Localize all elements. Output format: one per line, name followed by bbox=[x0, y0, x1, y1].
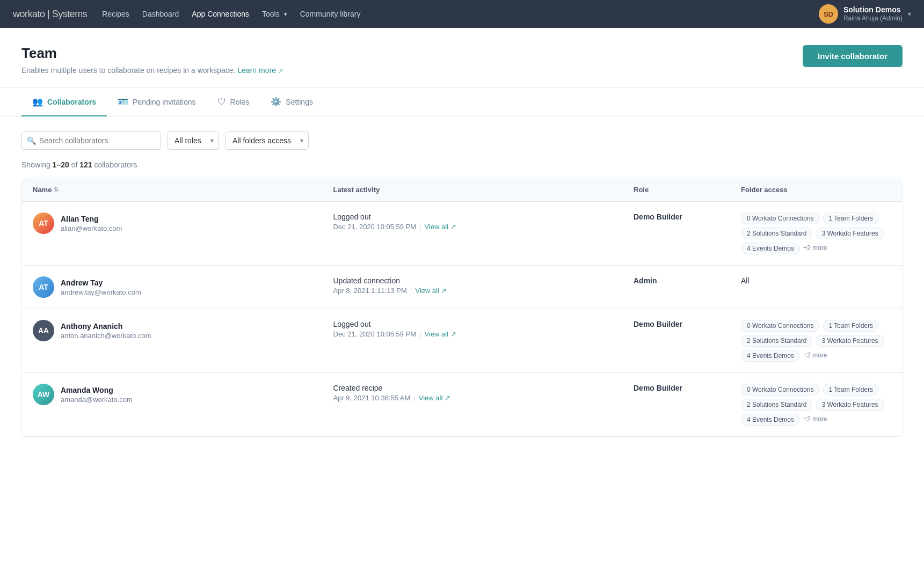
th-role: Role bbox=[623, 178, 730, 201]
nav-recipes[interactable]: Recipes bbox=[102, 8, 129, 20]
view-all-link[interactable]: View all ↗ bbox=[419, 394, 450, 402]
avatar: AA bbox=[33, 320, 54, 341]
folders-filter[interactable]: All folders access bbox=[225, 131, 309, 150]
table-header: Name ⇅ Latest activity Role Folder acces… bbox=[22, 178, 902, 202]
nav-community[interactable]: Community library bbox=[300, 8, 361, 20]
view-all-link[interactable]: View all ↗ bbox=[425, 223, 456, 231]
pending-icon: 🪪 bbox=[118, 97, 128, 107]
collaborator-cell: AT Andrew Tay andrew.tay@workato.com bbox=[33, 276, 141, 298]
nav-dashboard[interactable]: Dashboard bbox=[142, 8, 179, 20]
user-menu[interactable]: SD Solution Demos Raina Ahuja (Admin) ▾ bbox=[819, 4, 911, 24]
showing-text: Showing bbox=[21, 160, 50, 169]
activity-action: Updated connection bbox=[333, 276, 447, 285]
th-role-label: Role bbox=[634, 186, 649, 194]
activity-timestamp: Dec 21, 2020 10:05:59 PM bbox=[333, 223, 417, 231]
activity-timestamp: Dec 21, 2020 10:05:59 PM bbox=[333, 330, 417, 338]
page-title: Team bbox=[21, 45, 283, 62]
collaborator-cell: AW Amanda Wong amanda@workato.com bbox=[33, 384, 133, 405]
top-navigation: workato | Systems Recipes Dashboard App … bbox=[0, 0, 924, 28]
separator: | bbox=[410, 287, 412, 295]
folder-tag: 2 Solutions Standard bbox=[741, 228, 812, 239]
collaborators-icon: 👥 bbox=[32, 97, 43, 107]
td-role-2: Demo Builder bbox=[623, 309, 730, 372]
folder-tag: 3 Workato Features bbox=[816, 335, 884, 347]
avatar-initials: SD bbox=[824, 10, 833, 18]
avatar: AT bbox=[33, 213, 54, 234]
td-folders-3: 0 Workato Connections 1 Team Folders 2 S… bbox=[730, 373, 902, 436]
tab-roles[interactable]: 🛡 Roles bbox=[207, 88, 260, 116]
collaborator-name: Amanda Wong bbox=[61, 386, 133, 394]
avatar: SD bbox=[819, 4, 838, 24]
tab-collaborators[interactable]: 👥 Collaborators bbox=[21, 88, 107, 116]
collaborator-info: Anthony Ananich anton.ananich@workato.co… bbox=[61, 322, 151, 340]
tab-pending-invitations[interactable]: 🪪 Pending invitations bbox=[107, 88, 207, 116]
td-folders-2: 0 Workato Connections 1 Team Folders 2 S… bbox=[730, 309, 902, 372]
role-text: Demo Builder bbox=[634, 320, 682, 328]
nav-tools-label: Tools bbox=[262, 10, 280, 18]
collaborator-email: amanda@workato.com bbox=[61, 395, 133, 404]
collaborator-email: allan@workato.com bbox=[61, 224, 122, 232]
collaborator-info: Allan Teng allan@workato.com bbox=[61, 215, 122, 232]
activity-action: Created recipe bbox=[333, 384, 450, 392]
tab-collaborators-label: Collaborators bbox=[47, 98, 96, 106]
external-icon: ↗ bbox=[450, 223, 456, 231]
showing-total: 121 bbox=[79, 160, 92, 169]
more-tag: +2 more bbox=[803, 350, 827, 362]
collaborator-name: Anthony Ananich bbox=[61, 322, 151, 331]
learn-more-text: Learn more bbox=[237, 66, 276, 75]
view-all-link[interactable]: View all ↗ bbox=[425, 330, 456, 338]
folder-tag: 0 Workato Connections bbox=[741, 213, 820, 224]
collaborator-name: Allan Teng bbox=[61, 215, 122, 223]
invite-collaborator-button[interactable]: Invite collaborator bbox=[803, 45, 903, 67]
folder-tag: 2 Solutions Standard bbox=[741, 399, 812, 411]
folder-tag: 2 Solutions Standard bbox=[741, 335, 812, 347]
user-role: Raina Ahuja (Admin) bbox=[843, 14, 903, 23]
external-link-icon: ↗ bbox=[278, 68, 283, 74]
showing-sep: of bbox=[71, 160, 78, 169]
search-input[interactable] bbox=[21, 131, 161, 150]
external-icon: ↗ bbox=[450, 330, 456, 338]
sort-icon[interactable]: ⇅ bbox=[54, 186, 59, 193]
view-all-link[interactable]: View all ↗ bbox=[415, 287, 447, 295]
folder-tag: 3 Workato Features bbox=[816, 228, 884, 239]
logo[interactable]: workato | Systems bbox=[13, 9, 87, 20]
folder-tags: 0 Workato Connections 1 Team Folders 2 S… bbox=[741, 384, 891, 426]
activity-timestamp: Apr 9, 2021 10:36:55 AM bbox=[333, 394, 411, 402]
roles-icon: 🛡 bbox=[217, 97, 226, 107]
activity-info: Logged out Dec 21, 2020 10:05:59 PM | Vi… bbox=[333, 213, 456, 231]
nav-app-connections[interactable]: App Connections bbox=[192, 8, 249, 20]
folder-tags: All bbox=[741, 276, 750, 285]
folder-tag: 0 Workato Connections bbox=[741, 320, 820, 332]
th-name: Name ⇅ bbox=[22, 178, 323, 201]
roles-filter-wrapper: All roles bbox=[168, 131, 219, 150]
th-activity: Latest activity bbox=[323, 178, 623, 201]
learn-more-link[interactable]: Learn more ↗ bbox=[237, 66, 282, 75]
table-row: AT Allan Teng allan@workato.com Logged o… bbox=[22, 202, 902, 266]
td-role-3: Demo Builder bbox=[623, 373, 730, 436]
tab-settings[interactable]: ⚙️ Settings bbox=[260, 88, 324, 116]
more-tag: +2 more bbox=[803, 243, 827, 254]
user-info: Solution Demos Raina Ahuja (Admin) bbox=[843, 5, 903, 23]
page-wrapper: Team Enables multiple users to collabora… bbox=[0, 28, 924, 564]
activity-time: Apr 8, 2021 1:11:13 PM | View all ↗ bbox=[333, 287, 447, 295]
folder-tag: 4 Events Demos bbox=[741, 414, 800, 426]
settings-icon: ⚙️ bbox=[271, 97, 281, 107]
showing-suffix: collaborators bbox=[94, 160, 137, 169]
collaborator-cell: AT Allan Teng allan@workato.com bbox=[33, 213, 122, 234]
activity-info: Logged out Dec 21, 2020 10:05:59 PM | Vi… bbox=[333, 320, 456, 338]
tab-pending-label: Pending invitations bbox=[133, 98, 196, 106]
search-icon: 🔍 bbox=[27, 136, 36, 145]
roles-filter[interactable]: All roles bbox=[168, 131, 219, 150]
logo-suffix: | Systems bbox=[45, 9, 88, 19]
nav-tools[interactable]: Tools ▾ bbox=[262, 8, 287, 20]
collaborator-cell: AA Anthony Ananich anton.ananich@workato… bbox=[33, 320, 151, 341]
td-name-0: AT Allan Teng allan@workato.com bbox=[22, 202, 323, 265]
collaborator-info: Andrew Tay andrew.tay@workato.com bbox=[61, 279, 141, 296]
td-folders-1: All bbox=[730, 266, 902, 309]
td-activity-1: Updated connection Apr 8, 2021 1:11:13 P… bbox=[323, 266, 623, 309]
table-row: AT Andrew Tay andrew.tay@workato.com Upd… bbox=[22, 266, 902, 309]
folder-tag: 4 Events Demos bbox=[741, 350, 800, 362]
folder-tag: 4 Events Demos bbox=[741, 243, 800, 254]
showing-count: Showing 1–20 of 121 collaborators bbox=[21, 160, 903, 169]
td-activity-0: Logged out Dec 21, 2020 10:05:59 PM | Vi… bbox=[323, 202, 623, 265]
